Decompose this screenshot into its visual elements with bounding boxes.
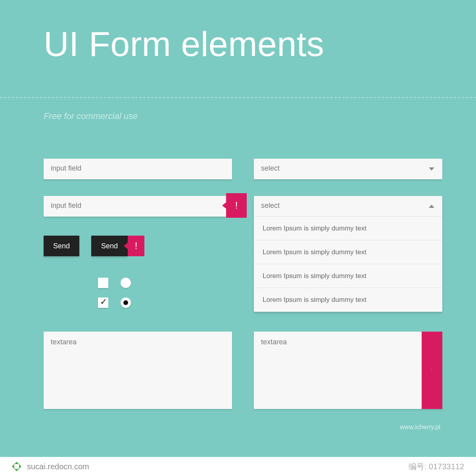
site-logo-icon xyxy=(12,462,21,471)
id-label: 编号 xyxy=(409,462,424,471)
button-label: Send xyxy=(101,242,118,250)
error-flag-icon: ! xyxy=(128,236,144,256)
input-placeholder: input field xyxy=(44,159,232,178)
select-option[interactable]: Lorem Ipsum is simply dummy text xyxy=(254,240,442,264)
divider xyxy=(0,97,476,98)
select-option[interactable]: Lorem Ipsum is simply dummy text xyxy=(254,288,442,312)
send-button-error[interactable]: Send xyxy=(91,236,128,256)
credit-link[interactable]: www.icherry.pl xyxy=(400,424,440,431)
chevron-down-icon xyxy=(429,167,434,171)
text-input-error[interactable]: input field xyxy=(44,196,226,217)
textarea-placeholder: textarea xyxy=(254,332,442,353)
textarea-placeholder: textarea xyxy=(44,332,232,353)
check-icon: ✓ xyxy=(100,297,107,307)
send-button[interactable]: Send xyxy=(44,236,79,256)
radio-dot-icon xyxy=(123,300,128,305)
chevron-up-icon xyxy=(429,205,434,208)
input-placeholder: input field xyxy=(44,196,226,215)
radio-checked[interactable] xyxy=(121,298,131,308)
select-header[interactable]: select xyxy=(254,196,442,217)
page-title: UI Form elements xyxy=(44,24,324,64)
text-input[interactable]: input field xyxy=(44,159,232,179)
button-label: Send xyxy=(53,242,70,250)
error-flag-icon: ! xyxy=(422,332,442,409)
select-open[interactable]: select Lorem Ipsum is simply dummy text … xyxy=(254,196,442,312)
textarea-error[interactable]: textarea ! xyxy=(254,332,442,409)
select-option[interactable]: Lorem Ipsum is simply dummy text xyxy=(254,264,442,288)
site-url: sucai.redocn.com xyxy=(27,462,89,471)
select-label: select xyxy=(254,159,442,178)
select-label: select xyxy=(254,196,442,215)
checkbox-unchecked[interactable] xyxy=(98,278,108,288)
select-closed[interactable]: select xyxy=(254,159,442,179)
radio-unchecked[interactable] xyxy=(121,278,131,288)
select-option[interactable]: Lorem Ipsum is simply dummy text xyxy=(254,217,442,240)
error-flag-icon: ! xyxy=(226,193,247,218)
subtitle: Free for commercial use xyxy=(44,111,138,121)
checkbox-checked[interactable]: ✓ xyxy=(98,298,108,308)
id-value: 01733112 xyxy=(429,462,464,471)
textarea[interactable]: textarea xyxy=(44,332,232,409)
meta-bar: sucai.redocn.com 编号: 01733112 xyxy=(0,457,476,476)
